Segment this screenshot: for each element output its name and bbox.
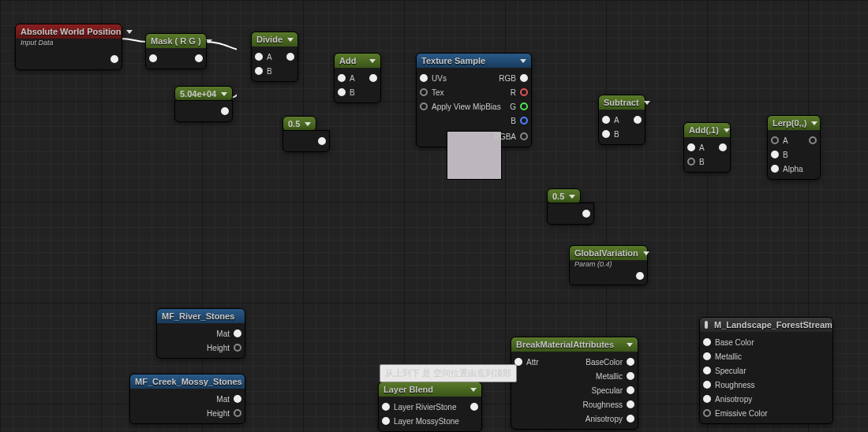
pin-label: RGB bbox=[495, 74, 520, 83]
node-subtitle: Param (0.4) bbox=[570, 260, 647, 270]
tooltip-text: 从上到下 是 空间位置由底到顶部 bbox=[385, 368, 511, 378]
node-constant[interactable]: 5.04e+04 bbox=[174, 86, 233, 102]
input-pin-a[interactable] bbox=[338, 74, 346, 82]
node-layer-blend[interactable]: Layer Blend Layer RivierStone Layer Moss… bbox=[378, 382, 482, 432]
node-title: Subtract bbox=[604, 98, 639, 107]
output-pin[interactable] bbox=[627, 372, 634, 380]
node-header[interactable]: Divide bbox=[252, 32, 297, 47]
input-pin-b[interactable] bbox=[771, 151, 779, 158]
node-constant[interactable]: 0.5 bbox=[547, 188, 581, 204]
node-mf-creek-mossy-stones[interactable]: MF_Creek_Mossy_Stones Mat Height bbox=[129, 374, 245, 424]
input-pin-uvs[interactable] bbox=[420, 74, 428, 82]
node-header[interactable]: Add(,1) bbox=[684, 123, 730, 137]
output-pin[interactable] bbox=[634, 116, 642, 124]
input-pin[interactable] bbox=[703, 352, 711, 360]
input-pin-a[interactable] bbox=[255, 53, 263, 61]
node-title: GlobalVariation bbox=[574, 248, 638, 258]
constant-value: 0.5 bbox=[288, 119, 300, 128]
node-constant-body[interactable] bbox=[174, 100, 233, 122]
output-pin-height[interactable] bbox=[234, 409, 241, 417]
node-title: Lerp(0,,) bbox=[773, 118, 806, 128]
node-title: MF_River_Stones bbox=[162, 311, 234, 321]
node-title: M_Landscape_ForestStream bbox=[714, 320, 832, 330]
node-subtract[interactable]: Subtract A B bbox=[598, 95, 645, 145]
node-title: Add bbox=[339, 56, 356, 65]
input-pin-a[interactable] bbox=[687, 143, 695, 151]
pin-label: A bbox=[610, 116, 623, 125]
input-pin[interactable] bbox=[149, 54, 157, 62]
output-pin[interactable] bbox=[369, 74, 377, 82]
output-pin-g[interactable] bbox=[520, 102, 528, 110]
node-header[interactable]: Absolute World Position bbox=[16, 24, 122, 39]
output-pin[interactable] bbox=[627, 358, 634, 366]
output-pin-mat[interactable] bbox=[234, 395, 241, 403]
node-global-variation[interactable]: GlobalVariation Param (0.4) bbox=[569, 245, 648, 285]
input-pin-mip[interactable] bbox=[420, 102, 428, 110]
node-mf-river-stones[interactable]: MF_River_Stones Mat Height bbox=[156, 308, 245, 359]
input-pin-b[interactable] bbox=[255, 67, 263, 75]
input-pin[interactable] bbox=[703, 338, 711, 346]
chevron-down-icon bbox=[644, 101, 650, 105]
output-pin-height[interactable] bbox=[234, 344, 241, 352]
output-pin[interactable] bbox=[110, 55, 118, 63]
node-header[interactable]: Lerp(0,,) bbox=[768, 116, 820, 130]
pin-label: Anisotropy bbox=[711, 395, 756, 404]
output-pin[interactable] bbox=[286, 53, 294, 61]
node-constant[interactable]: 0.5 bbox=[282, 116, 316, 132]
node-mask-rg[interactable]: Mask ( R G ) bbox=[145, 33, 207, 69]
output-pin[interactable] bbox=[627, 400, 634, 408]
input-pin-a[interactable] bbox=[602, 116, 610, 124]
input-pin[interactable] bbox=[703, 381, 711, 389]
pin-label: B bbox=[507, 117, 520, 125]
node-header[interactable]: BreakMaterialAttributes bbox=[511, 337, 638, 352]
node-header[interactable]: GlobalVariation bbox=[570, 246, 647, 260]
node-header[interactable]: MF_Creek_Mossy_Stones bbox=[130, 374, 245, 389]
input-pin[interactable] bbox=[703, 395, 711, 403]
input-pin-b[interactable] bbox=[602, 130, 610, 138]
node-header[interactable]: MF_River_Stones bbox=[157, 309, 245, 323]
node-add-1[interactable]: Add(,1) A B bbox=[683, 122, 731, 173]
node-header[interactable]: Mask ( R G ) bbox=[146, 34, 206, 48]
input-pin[interactable] bbox=[382, 403, 390, 411]
node-divide[interactable]: Divide A B bbox=[251, 32, 298, 82]
output-pin[interactable] bbox=[719, 143, 727, 151]
output-pin-b[interactable] bbox=[520, 117, 528, 125]
node-texture-sample[interactable]: Texture Sample UVsRGB TexR Apply View Mi… bbox=[416, 53, 532, 147]
node-absolute-world-position[interactable]: Absolute World Position Input Data bbox=[15, 24, 122, 70]
output-pin[interactable] bbox=[195, 54, 203, 62]
node-header[interactable]: Layer Blend bbox=[379, 382, 481, 397]
output-pin-mat[interactable] bbox=[234, 330, 241, 337]
input-pin[interactable] bbox=[703, 409, 711, 417]
chevron-down-icon bbox=[221, 92, 227, 96]
input-pin[interactable] bbox=[382, 417, 390, 425]
pin-label: B bbox=[346, 88, 359, 97]
node-title: Absolute World Position bbox=[21, 27, 122, 36]
input-pin-b[interactable] bbox=[338, 88, 346, 96]
input-pin-alpha[interactable] bbox=[771, 165, 779, 173]
output-pin[interactable] bbox=[318, 137, 326, 145]
node-add[interactable]: Add A B bbox=[334, 53, 381, 103]
input-pin-b[interactable] bbox=[687, 158, 695, 166]
node-constant-body[interactable] bbox=[282, 130, 330, 152]
node-header[interactable]: Add bbox=[335, 54, 380, 68]
output-pin[interactable] bbox=[582, 210, 590, 218]
input-pin[interactable] bbox=[703, 367, 711, 374]
node-header[interactable]: Texture Sample bbox=[417, 54, 531, 68]
node-constant-body[interactable] bbox=[547, 203, 594, 225]
input-pin-a[interactable] bbox=[771, 136, 779, 144]
node-material-output[interactable]: M_Landscape_ForestStream Base Color Meta… bbox=[699, 317, 833, 424]
output-pin-rgb[interactable] bbox=[520, 74, 528, 82]
output-pin-r[interactable] bbox=[520, 88, 528, 96]
output-pin[interactable] bbox=[627, 386, 634, 394]
output-pin[interactable] bbox=[636, 272, 644, 280]
output-pin[interactable] bbox=[470, 403, 478, 411]
node-header[interactable]: Subtract bbox=[599, 95, 645, 110]
output-pin[interactable] bbox=[809, 136, 817, 144]
node-header[interactable]: M_Landscape_ForestStream bbox=[700, 318, 832, 332]
output-pin[interactable] bbox=[221, 107, 229, 115]
node-lerp[interactable]: Lerp(0,,) A B Alpha bbox=[767, 115, 821, 180]
node-break-material-attributes[interactable]: BreakMaterialAttributes AttrBaseColor Me… bbox=[511, 337, 638, 430]
output-pin-rgba[interactable] bbox=[520, 132, 528, 140]
input-pin-tex[interactable] bbox=[420, 88, 428, 96]
output-pin[interactable] bbox=[627, 415, 634, 423]
